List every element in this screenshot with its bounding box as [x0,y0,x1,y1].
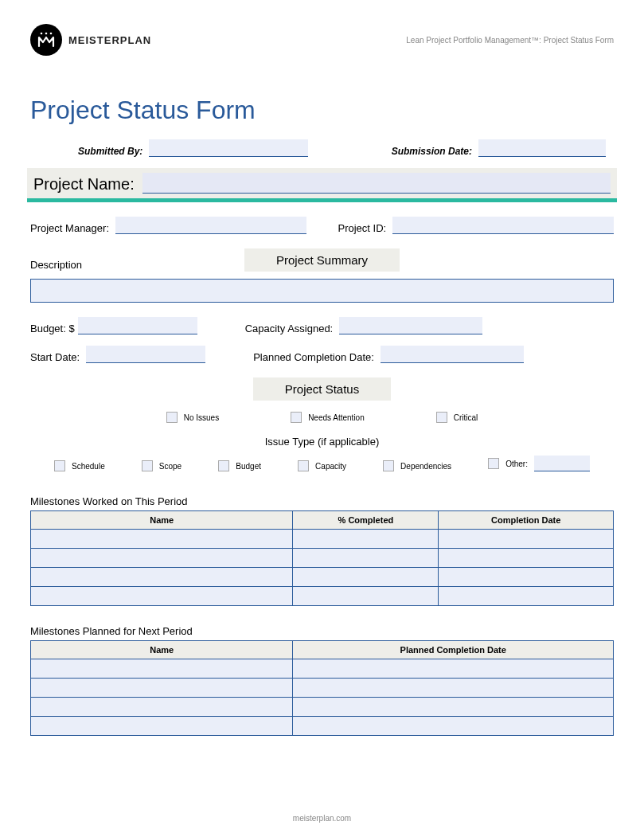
cell-pct[interactable] [293,587,439,606]
cell-date[interactable] [293,717,614,736]
status-no-issues[interactable]: No Issues [166,412,219,423]
issue-schedule-label: Schedule [72,462,105,471]
table-row [31,587,614,606]
issue-budget-label: Budget [236,462,261,471]
project-id-label: Project ID: [338,222,387,234]
table-row [31,530,614,549]
project-name-label: Project Name: [33,175,135,194]
status-critical-label: Critical [454,413,478,422]
submission-date-input[interactable] [478,139,606,157]
brand-name: MEISTERPLAN [68,34,151,46]
col-date: Planned Completion Date [293,641,614,659]
checkbox-icon[interactable] [142,460,153,471]
meta-row: Project Manager: Project ID: [30,217,614,234]
issue-dependencies[interactable]: Dependencies [383,460,451,471]
table-row [31,549,614,568]
svg-point-1 [45,33,48,35]
checkbox-icon[interactable] [166,412,178,423]
submitted-by-input[interactable] [149,139,308,157]
issue-other-input[interactable] [534,456,590,471]
checkbox-icon[interactable] [54,460,65,471]
issue-schedule[interactable]: Schedule [54,460,105,471]
checkbox-icon[interactable] [291,412,302,423]
status-needs-attention[interactable]: Needs Attention [291,412,365,423]
dates-row: Start Date: Planned Completion Date: [30,346,614,363]
cell-name[interactable] [31,679,293,698]
project-id-input[interactable] [392,217,614,234]
project-name-bar: Project Name: [27,168,617,198]
table-row [31,568,614,587]
budget-label: Budget: $ [30,323,75,334]
project-manager-input[interactable] [115,217,306,234]
cell-date[interactable] [293,679,614,698]
checkbox-icon[interactable] [383,460,394,471]
status-heading-wrap: Project Status [30,377,614,401]
issue-dependencies-label: Dependencies [400,462,451,471]
cell-pct[interactable] [293,549,439,568]
start-date-input[interactable] [86,346,205,363]
issue-budget[interactable]: Budget [218,460,261,471]
milestones-planned-table: Name Planned Completion Date [30,640,614,736]
milestones-worked-table: Name % Completed Completion Date [30,510,614,606]
cell-date[interactable] [439,549,614,568]
milestones-worked-title: Milestones Worked on This Period [30,495,614,507]
status-heading: Project Status [253,377,391,401]
cell-name[interactable] [31,568,293,587]
submission-row: Submitted By: Submission Date: [30,139,614,157]
issue-capacity[interactable]: Capacity [298,460,346,471]
checkbox-icon[interactable] [298,460,309,471]
divider-accent [27,198,617,202]
col-name: Name [31,641,293,659]
cell-pct[interactable] [293,568,439,587]
issue-scope[interactable]: Scope [142,460,181,471]
header-tagline: Lean Project Portfolio Management™: Proj… [406,36,614,45]
status-needs-attention-label: Needs Attention [308,413,365,422]
svg-point-2 [50,33,53,35]
submission-date-label: Submission Date: [392,146,472,157]
cell-name[interactable] [31,659,293,679]
milestones-planned-title: Milestones Planned for Next Period [30,625,614,637]
status-critical[interactable]: Critical [436,412,478,423]
issue-scope-label: Scope [159,462,181,471]
cell-date[interactable] [439,587,614,606]
col-name: Name [31,511,293,530]
issue-capacity-label: Capacity [315,462,346,471]
cell-date[interactable] [293,659,614,679]
planned-completion-label: Planned Completion Date: [253,351,374,363]
svg-point-0 [41,33,43,35]
cell-date[interactable] [439,568,614,587]
cell-name[interactable] [31,698,293,717]
planned-completion-input[interactable] [381,346,524,363]
issue-other[interactable]: Other: [488,456,590,471]
start-date-label: Start Date: [30,351,80,363]
cell-name[interactable] [31,530,293,549]
checkbox-icon[interactable] [488,458,499,469]
cell-date[interactable] [439,530,614,549]
table-row [31,679,614,698]
cell-name[interactable] [31,587,293,606]
checkbox-icon[interactable] [436,412,447,423]
summary-heading: Project Summary [244,248,400,272]
submitted-by-label: Submitted By: [78,146,142,157]
page-footer: meisterplan.com [0,814,644,823]
budget-input[interactable] [78,317,197,334]
status-no-issues-label: No Issues [184,413,219,422]
cell-pct[interactable] [293,530,439,549]
page-title: Project Status Form [30,96,614,125]
cell-name[interactable] [31,717,293,736]
project-status-form-page: MEISTERPLAN Lean Project Portfolio Manag… [0,0,644,837]
table-row [31,698,614,717]
cell-date[interactable] [293,698,614,717]
col-pct: % Completed [293,511,439,530]
project-name-input[interactable] [142,173,611,194]
issue-other-label: Other: [505,460,528,468]
checkbox-icon[interactable] [218,460,229,471]
status-options-row: No Issues Needs Attention Critical [30,412,614,423]
description-input[interactable] [30,279,614,303]
budget-capacity-row: Budget: $ Capacity Assigned: [30,317,614,334]
capacity-input[interactable] [339,317,482,334]
logo-icon [30,24,62,56]
issue-type-row: Schedule Scope Budget Capacity Dependenc… [30,456,614,471]
cell-name[interactable] [31,549,293,568]
table-row [31,717,614,736]
